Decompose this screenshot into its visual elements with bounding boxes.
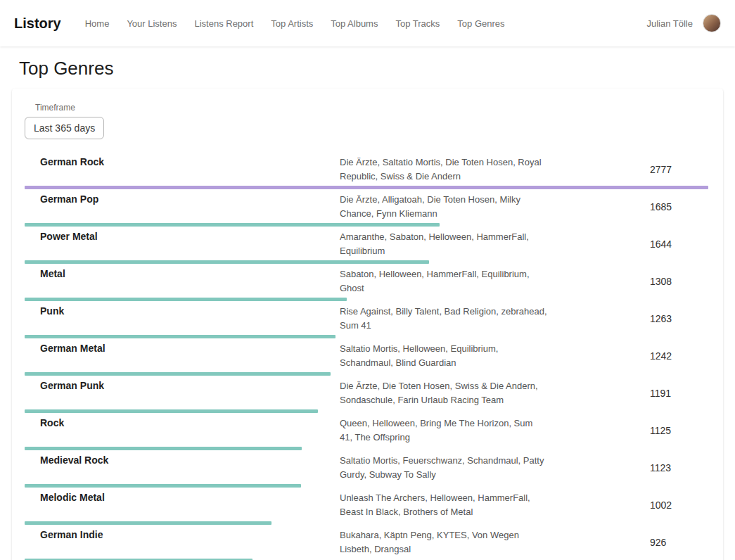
genre-name: Power Metal (23, 230, 340, 242)
genre-count: 1191 (650, 388, 671, 399)
genre-artists: Die Ärzte, Alligatoah, Die Toten Hosen, … (340, 193, 547, 220)
genre-row: MetalSabaton, Helloween, HammerFall, Equ… (23, 264, 712, 301)
nav-item-top-artists[interactable]: Top Artists (271, 18, 313, 29)
nav-item-top-albums[interactable]: Top Albums (331, 18, 378, 29)
genre-count: 1308 (650, 276, 672, 287)
user-name[interactable]: Julian Tölle (646, 18, 693, 29)
genre-row: German MetalSaltatio Mortis, Helloween, … (23, 338, 712, 376)
genre-row: PunkRise Against, Billy Talent, Bad Reli… (23, 301, 712, 338)
genre-count: 926 (650, 537, 666, 548)
genre-count: 1242 (650, 350, 672, 362)
timeframe-filter: Timeframe Last 365 days (23, 103, 712, 139)
nav-item-top-tracks[interactable]: Top Tracks (395, 18, 440, 29)
genre-row: German PopDie Ärzte, Alligatoah, Die Tot… (23, 189, 712, 227)
nav-item-home[interactable]: Home (85, 18, 110, 29)
user-avatar[interactable] (703, 14, 721, 32)
nav-item-top-genres[interactable]: Top Genres (457, 18, 504, 29)
genre-row: German IndieBukahara, Käptn Peng, KYTES,… (23, 525, 712, 560)
genre-row: Medieval RockSaltatio Mortis, Feuerschwa… (23, 450, 712, 488)
main-nav: HomeYour ListensListens ReportTop Artist… (85, 18, 647, 29)
genre-artists: Queen, Helloween, Bring Me The Horizon, … (340, 416, 547, 444)
main-content: Top Genres Timeframe Last 365 days Germa… (0, 58, 735, 560)
genre-name: Punk (23, 305, 340, 317)
genre-name: German Indie (23, 528, 340, 540)
genre-name: Metal (23, 267, 340, 279)
page-title: Top Genres (19, 58, 735, 79)
genre-name: German Pop (23, 193, 340, 205)
genre-row: German PunkDie Ärzte, Die Toten Hosen, S… (23, 376, 712, 413)
genre-artists: Saltatio Mortis, Helloween, Equilibrium,… (340, 342, 547, 369)
genre-name: German Rock (23, 155, 340, 167)
genre-name: Melodic Metal (23, 491, 340, 503)
genre-count: 1644 (650, 238, 672, 250)
genre-artists: Die Ärzte, Saltatio Mortis, Die Toten Ho… (340, 155, 547, 183)
genre-count: 1125 (650, 425, 671, 436)
genre-artists: Unleash The Archers, Helloween, HammerFa… (340, 491, 547, 518)
genre-row: RockQueen, Helloween, Bring Me The Horiz… (23, 413, 712, 450)
top-genres-card: Timeframe Last 365 days German RockDie Ä… (12, 89, 723, 560)
genre-count: 1123 (650, 462, 671, 473)
genre-artists: Amaranthe, Sabaton, Helloween, HammerFal… (340, 230, 547, 257)
genre-artists: Die Ärzte, Die Toten Hosen, Swiss & Die … (340, 379, 547, 407)
genre-name: Medieval Rock (23, 454, 340, 466)
timeframe-select[interactable]: Last 365 days (25, 117, 104, 139)
genre-count: 1002 (650, 499, 672, 511)
timeframe-label: Timeframe (35, 103, 712, 113)
genre-count: 2777 (650, 164, 672, 175)
genre-artists: Rise Against, Billy Talent, Bad Religion… (340, 305, 547, 332)
app-logo[interactable]: Listory (14, 15, 61, 32)
genre-count: 1685 (650, 201, 672, 212)
nav-item-your-listens[interactable]: Your Listens (127, 18, 177, 29)
genre-count: 1263 (650, 313, 672, 324)
nav-item-listens-report[interactable]: Listens Report (194, 18, 253, 29)
genre-artists: Bukahara, Käptn Peng, KYTES, Von Wegen L… (340, 528, 547, 556)
genre-row: German RockDie Ärzte, Saltatio Mortis, D… (23, 152, 712, 189)
user-menu: Julian Tölle (646, 14, 721, 32)
genre-name: German Punk (23, 379, 340, 391)
genre-name: Rock (23, 416, 340, 428)
genre-name: German Metal (23, 342, 340, 354)
genre-artists: Saltatio Mortis, Feuerschwanz, Schandmau… (340, 454, 547, 481)
genre-row: Power MetalAmaranthe, Sabaton, Helloween… (23, 227, 712, 264)
genre-artists: Sabaton, Helloween, HammerFall, Equilibr… (340, 267, 547, 295)
genre-row: Melodic MetalUnleash The Archers, Hellow… (23, 488, 712, 525)
app-bar: Listory HomeYour ListensListens ReportTo… (0, 0, 735, 46)
genre-table: German RockDie Ärzte, Saltatio Mortis, D… (23, 152, 712, 560)
